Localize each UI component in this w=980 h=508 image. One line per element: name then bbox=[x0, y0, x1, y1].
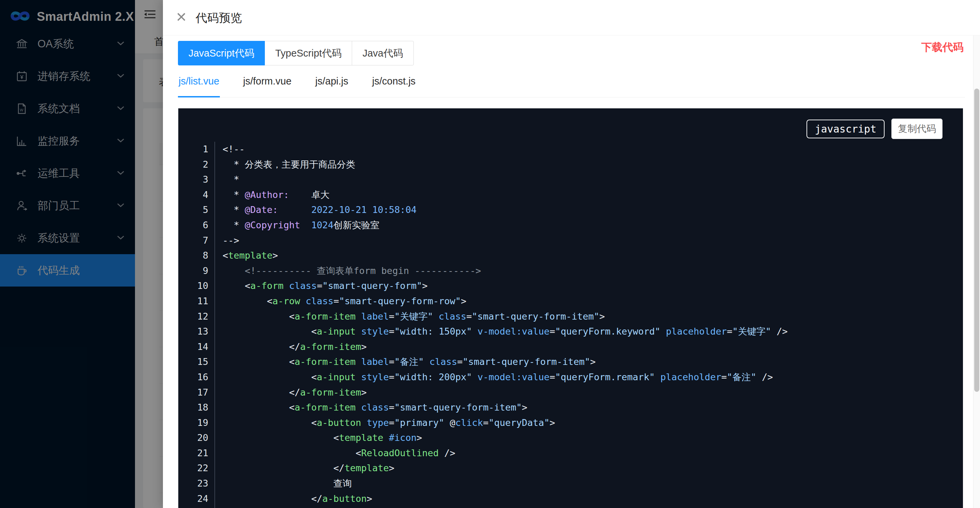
close-icon[interactable]: × bbox=[172, 5, 191, 28]
drawer-scrollbar-thumb[interactable] bbox=[974, 89, 979, 392]
line-content: <a-form-item label="备注" class="smart-que… bbox=[215, 354, 595, 370]
line-number: 9 bbox=[191, 264, 215, 279]
line-number: 4 bbox=[191, 187, 215, 203]
line-number: 18 bbox=[191, 400, 215, 415]
code-line: 4 * @Author: 卓大 bbox=[191, 187, 963, 203]
code-line: 13 <a-input style="width: 150px" v-model… bbox=[191, 324, 963, 339]
code-line: 22 </template> bbox=[191, 460, 963, 476]
line-number: 25 bbox=[191, 506, 215, 508]
line-content: 查询 bbox=[215, 476, 352, 491]
line-number: 20 bbox=[191, 430, 215, 446]
code-line: 20 <template #icon> bbox=[191, 430, 963, 446]
code-line: 16 <a-input style="width: 200px" v-model… bbox=[191, 370, 963, 385]
line-number: 16 bbox=[191, 370, 215, 385]
code-line: 8<template> bbox=[191, 248, 963, 264]
code-line: 25 <a-button class="smart-margin-left10"… bbox=[191, 506, 963, 508]
line-number: 21 bbox=[191, 446, 215, 461]
line-content: --> bbox=[215, 233, 239, 248]
line-content: <!-- bbox=[215, 142, 245, 157]
line-content: * 分类表，主要用于商品分类 bbox=[215, 157, 355, 172]
line-number: 22 bbox=[191, 460, 215, 476]
code-line: 17 </a-form-item> bbox=[191, 385, 963, 400]
code-line: 1<!-- bbox=[191, 142, 963, 157]
drawer-header: × 代码预览 bbox=[163, 0, 980, 35]
copy-code-button[interactable]: 复制代码 bbox=[891, 119, 942, 139]
line-number: 7 bbox=[191, 233, 215, 248]
app-root: 首页 表名 序号 12345678910 SmartAdmin 2.X OA系统… bbox=[0, 0, 980, 508]
code-line: 24 </a-button> bbox=[191, 491, 963, 506]
line-number: 19 bbox=[191, 415, 215, 431]
line-number: 1 bbox=[191, 142, 215, 157]
code-line: 10 <a-form class="smart-query-form"> bbox=[191, 278, 963, 294]
code-line: 9 <!---------- 查询表单form begin ----------… bbox=[191, 264, 963, 279]
line-number: 2 bbox=[191, 157, 215, 172]
code-line: 19 <a-button type="primary" @click="quer… bbox=[191, 415, 963, 431]
line-number: 8 bbox=[191, 248, 215, 264]
code-preview-drawer: × 代码预览 下载代码 JavaScript代码TypeScript代码Java… bbox=[163, 0, 980, 508]
line-number: 23 bbox=[191, 476, 215, 491]
line-number: 12 bbox=[191, 309, 215, 324]
code-line: 18 <a-form-item class="smart-query-form-… bbox=[191, 400, 963, 415]
line-content: <a-form class="smart-query-form"> bbox=[215, 278, 428, 294]
file-tab-0[interactable]: js/list.vue bbox=[178, 71, 220, 97]
line-content: <a-input style="width: 200px" v-model:va… bbox=[215, 370, 773, 385]
code-line: 7--> bbox=[191, 233, 963, 248]
line-content: <template #icon> bbox=[215, 430, 422, 446]
line-content: * @Date: 2022-10-21 10:58:04 bbox=[215, 202, 417, 218]
line-number: 10 bbox=[191, 278, 215, 294]
download-code-link[interactable]: 下载代码 bbox=[921, 40, 964, 54]
line-content: </template> bbox=[215, 460, 395, 476]
lang-tab-1[interactable]: TypeScript代码 bbox=[264, 41, 352, 65]
code-line: 12 <a-form-item label="关键字" class="smart… bbox=[191, 309, 963, 324]
code-line: 23 查询 bbox=[191, 476, 963, 491]
line-content: </a-form-item> bbox=[215, 339, 367, 355]
line-number: 6 bbox=[191, 218, 215, 233]
line-number: 3 bbox=[191, 172, 215, 187]
line-content: <a-form-item label="关键字" class="smart-qu… bbox=[215, 309, 605, 324]
line-content: * @Author: 卓大 bbox=[215, 187, 329, 203]
line-content: * @Copyright 1024创新实验室 bbox=[215, 218, 379, 233]
line-content: <template> bbox=[215, 248, 278, 264]
line-content: <ReloadOutlined /> bbox=[215, 446, 455, 461]
line-number: 5 bbox=[191, 202, 215, 218]
code-line: 21 <ReloadOutlined /> bbox=[191, 446, 963, 461]
code-line: 14 </a-form-item> bbox=[191, 339, 963, 355]
file-tab-bar: js/list.vuejs/form.vuejs/api.jsjs/const.… bbox=[178, 71, 965, 97]
line-number: 15 bbox=[191, 354, 215, 370]
lang-tab-2[interactable]: Java代码 bbox=[352, 41, 414, 65]
code-line: 15 <a-form-item label="备注" class="smart-… bbox=[191, 354, 963, 370]
line-content: </a-button> bbox=[215, 491, 372, 506]
lang-tab-0[interactable]: JavaScript代码 bbox=[178, 41, 265, 65]
line-content: <a-form-item class="smart-query-form-ite… bbox=[215, 400, 527, 415]
line-content: <a-button type="primary" @click="queryDa… bbox=[215, 415, 555, 431]
line-number: 14 bbox=[191, 339, 215, 355]
code-toolbar: javascript 复制代码 bbox=[807, 119, 942, 139]
code-line: 3 * bbox=[191, 172, 963, 187]
code-line: 11 <a-row class="smart-query-form-row"> bbox=[191, 294, 963, 309]
file-tab-3[interactable]: js/const.js bbox=[372, 71, 416, 97]
code-line: 6 * @Copyright 1024创新实验室 bbox=[191, 218, 963, 233]
code-lines: 1<!--2 * 分类表，主要用于商品分类3 *4 * @Author: 卓大5… bbox=[191, 142, 963, 508]
line-number: 11 bbox=[191, 294, 215, 309]
line-content: * bbox=[215, 172, 239, 187]
language-tab-group: JavaScript代码TypeScript代码Java代码 bbox=[178, 41, 414, 65]
line-number: 13 bbox=[191, 324, 215, 339]
line-content: <a-input style="width: 150px" v-model:va… bbox=[215, 324, 788, 339]
code-block: javascript 复制代码 1<!--2 * 分类表，主要用于商品分类3 *… bbox=[178, 108, 963, 508]
line-content: </a-form-item> bbox=[215, 385, 367, 400]
line-number: 17 bbox=[191, 385, 215, 400]
code-line: 5 * @Date: 2022-10-21 10:58:04 bbox=[191, 202, 963, 218]
drawer-scrollbar-track[interactable] bbox=[973, 35, 980, 508]
file-tab-1[interactable]: js/form.vue bbox=[242, 71, 292, 97]
line-content: <a-button class="smart-margin-left10" @c… bbox=[215, 506, 633, 508]
drawer-title: 代码预览 bbox=[196, 10, 242, 26]
line-content: <!---------- 查询表单form begin -----------> bbox=[215, 264, 481, 279]
language-badge: javascript bbox=[807, 120, 885, 138]
code-line: 2 * 分类表，主要用于商品分类 bbox=[191, 157, 963, 172]
file-tab-2[interactable]: js/api.js bbox=[315, 71, 349, 97]
line-content: <a-row class="smart-query-form-row"> bbox=[215, 294, 466, 309]
line-number: 24 bbox=[191, 491, 215, 506]
